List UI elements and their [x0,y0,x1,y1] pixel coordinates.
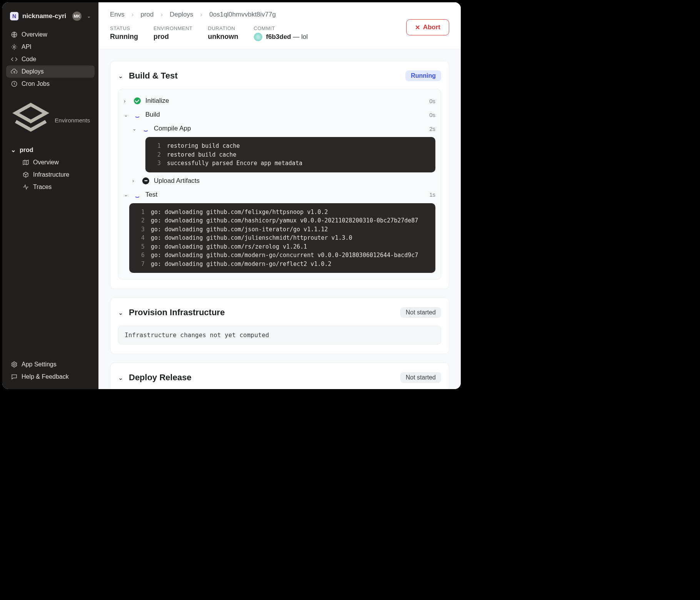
meta-commit: COMMIT f6b3ded — lol [254,25,308,41]
sidebar-item-label: Cron Jobs [22,80,50,87]
abort-label: Abort [423,23,440,31]
svg-marker-5 [23,160,28,165]
svg-marker-4 [16,105,46,121]
crumb-prod[interactable]: prod [140,11,153,18]
commit-text: f6b3ded — lol [266,33,308,41]
step-initialize[interactable]: › Initialize 0s [124,94,435,108]
environments-heading: Environments [6,97,95,144]
step-compile-app[interactable]: ⌄ Compile App 2s [124,122,435,135]
sidebar-item-label: Help & Feedback [22,373,69,380]
x-icon: ✕ [415,24,420,31]
sidebar-item-overview[interactable]: Overview [6,28,95,41]
globe-icon [11,31,18,38]
log-line: 1go: downloading github.com/felixge/http… [129,208,435,217]
chevron-down-icon[interactable]: ⌄ [118,374,124,381]
log-line: 6go: downloading github.com/modern-go/co… [129,251,435,260]
provision-message: Infrastructure changes not yet computed [118,326,441,344]
chevron-right-icon: › [200,11,203,18]
code-icon [11,56,18,63]
sidebar-item-code[interactable]: Code [6,53,95,65]
log-line: 1restoring build cache [145,142,435,150]
breadcrumbs: Envs › prod › Deploys › 0os1ql0hmvvbkt8i… [110,11,449,18]
sidebar-item-deploys[interactable]: Deploys [6,65,95,78]
svg-point-1 [13,46,15,48]
box-icon [22,171,29,178]
crumb-deploy-id: 0os1ql0hmvvbkt8iv77g [209,11,276,18]
section-title: Provision Infrastructure [129,308,396,318]
meta-duration: DURATION unknown [208,25,238,41]
chat-icon [11,373,18,380]
gear-icon [11,361,18,368]
step-test[interactable]: ⌄ Test 1s [124,188,435,202]
meta-label: DURATION [208,25,238,31]
chevron-down-icon[interactable]: ⌄ [124,112,129,118]
chevron-right-icon[interactable]: › [124,98,129,104]
log-line: 4go: downloading github.com/julienschmid… [129,234,435,242]
upload-cloud-icon [11,68,18,75]
step-label: Upload Artifacts [154,177,435,185]
status-badge: Not started [400,372,441,383]
app-badge: N [10,12,18,20]
crumb-envs[interactable]: Envs [110,11,125,18]
sidebar-item-api[interactable]: API [6,41,95,53]
content-scroll[interactable]: ⌄ Build & Test Running › Initialize 0s ⌄ [98,49,461,389]
layers-icon [11,100,51,141]
identicon-icon [254,33,262,41]
sidebar-item-settings[interactable]: App Settings [6,358,95,371]
env-nav-traces[interactable]: Traces [18,181,95,193]
meta-environment: ENVIRONMENT prod [153,25,193,41]
chevron-down-icon[interactable]: ⌄ [132,126,138,132]
chevron-down-icon[interactable]: ⌄ [87,13,91,19]
step-duration: 0s [429,112,435,118]
meta-value: Running [110,33,138,41]
step-label: Compile App [154,125,425,132]
check-circle-icon [134,97,141,104]
chevron-down-icon[interactable]: ⌄ [124,192,129,197]
log-line: 3go: downloading github.com/json-iterato… [129,225,435,234]
main-content: Envs › prod › Deploys › 0os1ql0hmvvbkt8i… [98,2,461,389]
topbar: Envs › prod › Deploys › 0os1ql0hmvvbkt8i… [98,2,461,49]
sidebar-item-label: App Settings [22,361,57,368]
step-build[interactable]: ⌄ Build 0s [124,108,435,122]
spinner-icon [134,111,141,118]
build-steps: › Initialize 0s ⌄ Build 0s ⌄ Co [118,89,441,279]
sidebar-item-cron[interactable]: Cron Jobs [6,78,95,90]
sidebar-footer: App Settings Help & Feedback [2,358,98,383]
map-icon [22,159,29,166]
chevron-right-icon: › [161,11,163,18]
log-line: 5go: downloading github.com/rs/zerolog v… [129,242,435,251]
svg-point-8 [13,364,15,366]
step-upload-artifacts[interactable]: › ••• Upload Artifacts [124,174,435,188]
step-duration: 1s [429,191,435,198]
step-duration: 2s [429,125,435,132]
environments-label: Environments [55,117,90,124]
compile-log: 1restoring build cache2restored build ca… [145,137,435,172]
activity-icon [22,184,29,191]
sidebar-item-label: Overview [22,31,47,38]
sidebar-item-label: API [22,43,32,50]
abort-button[interactable]: ✕ Abort [406,19,449,35]
meta-value: unknown [208,33,238,41]
sidebar-item-label: Deploys [22,68,44,75]
sidebar-environments: Environments ⌄ prod Overview Infrastruct… [2,90,98,195]
meta-label: COMMIT [254,25,308,31]
status-badge: Running [405,70,441,81]
sidebar-item-help[interactable]: Help & Feedback [6,371,95,383]
env-nav-overview[interactable]: Overview [18,156,95,169]
user-avatar[interactable]: MK [72,12,82,21]
env-nav-infra[interactable]: Infrastructure [18,169,95,181]
env-nav-label: Traces [33,184,52,191]
step-label: Test [145,191,425,199]
sidebar-header[interactable]: N nickname-cyri MK ⌄ [2,8,98,28]
step-duration: 0s [429,98,435,104]
env-name: prod [20,147,33,154]
chevron-down-icon[interactable]: ⌄ [118,72,124,80]
plug-icon [11,43,18,50]
crumb-deploys[interactable]: Deploys [170,11,193,18]
spinner-icon [142,125,149,132]
chevron-down-icon: ⌄ [11,146,16,154]
chevron-right-icon[interactable]: › [132,178,138,184]
env-item-prod[interactable]: ⌄ prod [6,144,95,156]
sidebar-item-label: Code [22,56,36,63]
chevron-down-icon[interactable]: ⌄ [118,309,124,316]
